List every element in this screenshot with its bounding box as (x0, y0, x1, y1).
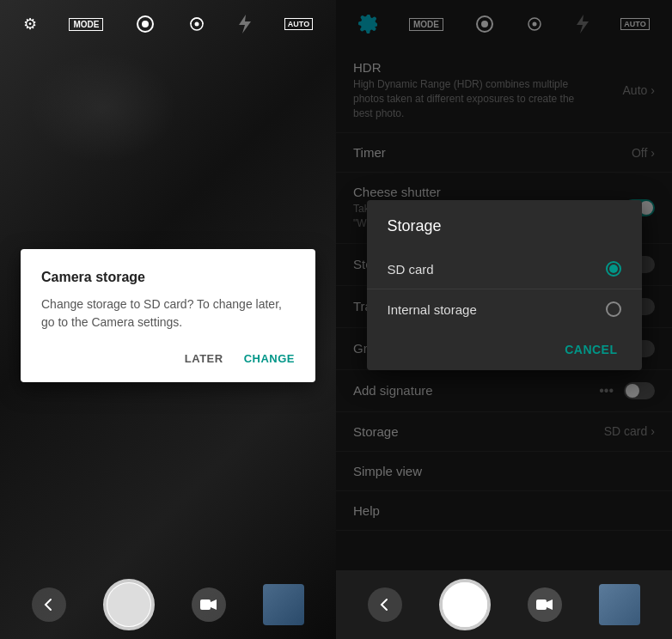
back-button-right[interactable] (368, 587, 402, 622)
storage-option-sd-label: SD card (388, 262, 434, 277)
storage-modal: Storage SD card Internal storage CANCEL (367, 200, 642, 370)
dialog-body: Change storage to SD card? To change lat… (41, 295, 295, 332)
svg-rect-9 (536, 599, 547, 610)
left-camera-panel: ⚙ MODE AUTO Camera storage Change storag… (0, 0, 336, 639)
later-button[interactable]: LATER (185, 349, 223, 368)
right-bottom-bar (336, 570, 672, 639)
gallery-thumbnail-left[interactable] (263, 584, 304, 625)
shutter-button-right[interactable] (439, 579, 491, 630)
video-button-left[interactable] (192, 587, 226, 622)
effects-icon-left[interactable] (136, 15, 155, 33)
change-button[interactable]: CHANGE (244, 349, 295, 368)
storage-cancel-button[interactable]: CANCEL (554, 336, 627, 363)
sd-card-radio[interactable] (606, 261, 621, 277)
internal-storage-radio[interactable] (606, 301, 621, 317)
mode-icon-left[interactable]: MODE (69, 18, 103, 31)
camera-switch-icon-left[interactable] (187, 15, 206, 33)
back-button-left[interactable] (32, 587, 66, 622)
mode-badge-left: MODE (69, 18, 103, 31)
gallery-thumbnail-right[interactable] (599, 584, 640, 625)
settings-icon-left[interactable]: ⚙ (23, 15, 37, 33)
flash-icon-left[interactable] (238, 15, 252, 33)
svg-point-3 (194, 22, 199, 27)
right-settings-panel: MODE AUTO HDR High Dynamic Range (HDR) c… (336, 0, 672, 639)
storage-option-sd[interactable]: SD card (367, 249, 642, 289)
svg-rect-4 (200, 599, 211, 610)
dialog-actions: LATER CHANGE (41, 349, 295, 368)
auto-badge-left: AUTO (284, 18, 313, 31)
shutter-inner (443, 582, 487, 627)
storage-modal-actions: CANCEL (367, 329, 642, 370)
svg-point-1 (142, 21, 149, 27)
shutter-button-left[interactable] (103, 579, 155, 630)
left-bottom-bar (0, 570, 336, 639)
storage-option-internal-label: Internal storage (388, 302, 477, 317)
storage-option-internal[interactable]: Internal storage (367, 289, 642, 329)
video-button-right[interactable] (528, 587, 562, 622)
camera-storage-dialog: Camera storage Change storage to SD card… (21, 249, 315, 382)
storage-modal-overlay[interactable]: Storage SD card Internal storage CANCEL (336, 0, 672, 570)
left-top-bar: ⚙ MODE AUTO (0, 0, 336, 48)
dialog-title: Camera storage (41, 270, 295, 285)
storage-modal-title: Storage (367, 217, 642, 249)
auto-label-left: AUTO (284, 18, 313, 31)
